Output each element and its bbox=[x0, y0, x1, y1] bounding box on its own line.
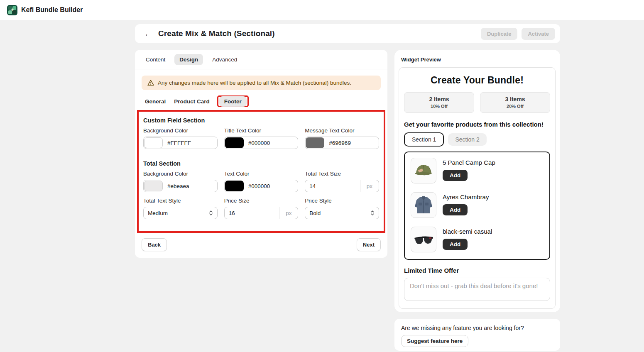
feature-request-card: Are we missing any feature you are looki… bbox=[394, 319, 560, 351]
select-value: Medium bbox=[148, 210, 168, 216]
subtab-general[interactable]: General bbox=[144, 96, 167, 107]
add-product-button[interactable]: Add bbox=[443, 204, 468, 215]
color-input bbox=[224, 137, 299, 149]
tab-design[interactable]: Design bbox=[174, 54, 203, 65]
add-product-button[interactable]: Add bbox=[443, 170, 468, 181]
product-row: 5 Panel Camp Cap Add bbox=[411, 158, 544, 183]
px-suffix: px bbox=[360, 180, 379, 192]
product-image-jacket bbox=[411, 192, 436, 218]
product-row: Ayres Chambray Add bbox=[411, 192, 544, 218]
back-arrow-icon[interactable]: ← bbox=[144, 30, 152, 38]
subtab-product-card[interactable]: Product Card bbox=[173, 96, 211, 107]
field-label: Price Style bbox=[305, 198, 379, 204]
design-subtabs: General Product Card Footer bbox=[135, 90, 387, 107]
warning-banner: Any changes made here will be applied to… bbox=[142, 76, 381, 90]
back-button[interactable]: Back bbox=[142, 238, 167, 251]
field-label: Price Size bbox=[224, 198, 299, 204]
tab-content[interactable]: Content bbox=[144, 54, 167, 65]
size-input: px bbox=[224, 207, 299, 219]
field-cfs-title-text-color: Title Text Color bbox=[224, 127, 299, 149]
total-text-style-select[interactable]: Medium bbox=[143, 207, 218, 219]
page-header: ← Create Mix & Match (Sectional) Duplica… bbox=[135, 24, 560, 43]
top-app-bar: + Kefi Bundle Builder bbox=[0, 0, 644, 20]
add-product-button[interactable]: Add bbox=[443, 239, 468, 250]
tab-advanced[interactable]: Advanced bbox=[211, 54, 239, 65]
color-input bbox=[224, 180, 299, 192]
hex-value-input[interactable] bbox=[244, 183, 298, 189]
tier-items-label: 3 Items bbox=[480, 96, 550, 103]
color-input bbox=[143, 180, 218, 192]
offer-message-input[interactable] bbox=[404, 278, 550, 301]
hex-value-input[interactable] bbox=[244, 140, 298, 146]
color-swatch[interactable] bbox=[144, 137, 163, 148]
tier-3-items[interactable]: 3 Items 20% Off bbox=[480, 92, 550, 113]
activate-button[interactable]: Activate bbox=[522, 28, 555, 40]
tier-discount-label: 10% Off bbox=[404, 104, 474, 109]
limited-time-offer-label: Limited Time Offer bbox=[404, 267, 550, 274]
section-2-tab[interactable]: Section 2 bbox=[448, 133, 486, 146]
color-swatch[interactable] bbox=[144, 181, 163, 191]
product-name: 5 Panel Camp Cap bbox=[443, 159, 495, 166]
hex-value-input[interactable] bbox=[163, 183, 217, 189]
hex-value-input[interactable] bbox=[325, 140, 379, 146]
duplicate-button[interactable]: Duplicate bbox=[481, 28, 518, 40]
field-total-text-color: Text Color bbox=[224, 171, 299, 192]
subtab-footer[interactable]: Footer bbox=[219, 96, 247, 107]
price-style-select[interactable]: Bold bbox=[305, 207, 379, 219]
footer-settings-annotation: Custom Field Section Background Color Ti… bbox=[137, 110, 385, 233]
suggest-feature-button[interactable]: Suggest feature here bbox=[401, 335, 468, 347]
product-name: black-semi casual bbox=[443, 228, 492, 235]
tier-2-items[interactable]: 2 Items 10% Off bbox=[404, 92, 474, 113]
hex-value-input[interactable] bbox=[163, 140, 217, 146]
size-value-input[interactable] bbox=[225, 210, 279, 216]
custom-field-section-heading: Custom Field Section bbox=[143, 117, 379, 124]
app-name: Kefi Bundle Builder bbox=[21, 6, 83, 14]
field-label: Title Text Color bbox=[224, 127, 299, 134]
products-list: 5 Panel Camp Cap Add bbox=[404, 152, 550, 260]
select-updown-icon bbox=[370, 210, 375, 216]
product-image-cap bbox=[411, 158, 436, 183]
color-swatch[interactable] bbox=[225, 181, 244, 191]
color-input bbox=[305, 137, 379, 149]
header-actions: Duplicate Activate bbox=[481, 28, 555, 40]
widget-preview-title: Widget Preview bbox=[394, 50, 560, 63]
page-title: Create Mix & Match (Sectional) bbox=[158, 29, 275, 38]
warning-triangle-icon bbox=[147, 80, 154, 86]
feature-request-question: Are we missing any feature you are looki… bbox=[401, 325, 553, 331]
color-swatch[interactable] bbox=[306, 137, 324, 148]
field-total-text-size: Total Text Size px bbox=[305, 171, 379, 192]
collection-message: Get your favorite products from this col… bbox=[404, 121, 550, 128]
field-total-background-color: Background Color bbox=[143, 171, 218, 192]
field-label: Text Color bbox=[224, 171, 299, 177]
field-price-style: Price Style Bold bbox=[305, 198, 379, 219]
size-value-input[interactable] bbox=[305, 183, 360, 189]
color-swatch[interactable] bbox=[225, 137, 244, 148]
field-label: Message Text Color bbox=[305, 127, 379, 134]
bundle-widget-title: Create Your Bundle! bbox=[404, 75, 550, 86]
field-price-size: Price Size px bbox=[224, 198, 299, 219]
product-name: Ayres Chambray bbox=[443, 193, 489, 200]
widget-preview-panel: Widget Preview Create Your Bundle! 2 Ite… bbox=[394, 50, 560, 312]
editor-tabs: Content Design Advanced bbox=[135, 50, 387, 69]
field-label: Total Text Style bbox=[143, 198, 218, 204]
tier-options: 2 Items 10% Off 3 Items 20% Off bbox=[404, 92, 550, 113]
field-cfs-message-text-color: Message Text Color bbox=[305, 127, 379, 149]
bundle-widget: Create Your Bundle! 2 Items 10% Off 3 It… bbox=[399, 67, 556, 309]
product-image-sunglasses bbox=[411, 227, 436, 252]
app-logo-icon: + bbox=[7, 5, 17, 15]
field-label: Background Color bbox=[143, 171, 218, 177]
field-label: Total Text Size bbox=[305, 171, 379, 177]
field-total-text-style: Total Text Style Medium bbox=[143, 198, 218, 219]
next-button[interactable]: Next bbox=[357, 238, 381, 251]
size-input: px bbox=[305, 180, 379, 192]
select-updown-icon bbox=[209, 210, 213, 216]
bundle-editor-card: Content Design Advanced Any changes made… bbox=[135, 50, 387, 258]
wizard-nav: Back Next bbox=[135, 233, 387, 251]
section-1-tab[interactable]: Section 1 bbox=[404, 132, 444, 147]
tier-discount-label: 20% Off bbox=[480, 104, 550, 109]
product-row: black-semi casual Add bbox=[411, 227, 544, 252]
warning-text: Any changes made here will be applied to… bbox=[158, 80, 351, 86]
select-value: Bold bbox=[309, 210, 321, 216]
section-tabs: Section 1 Section 2 bbox=[404, 132, 550, 147]
total-section-heading: Total Section bbox=[143, 160, 379, 167]
